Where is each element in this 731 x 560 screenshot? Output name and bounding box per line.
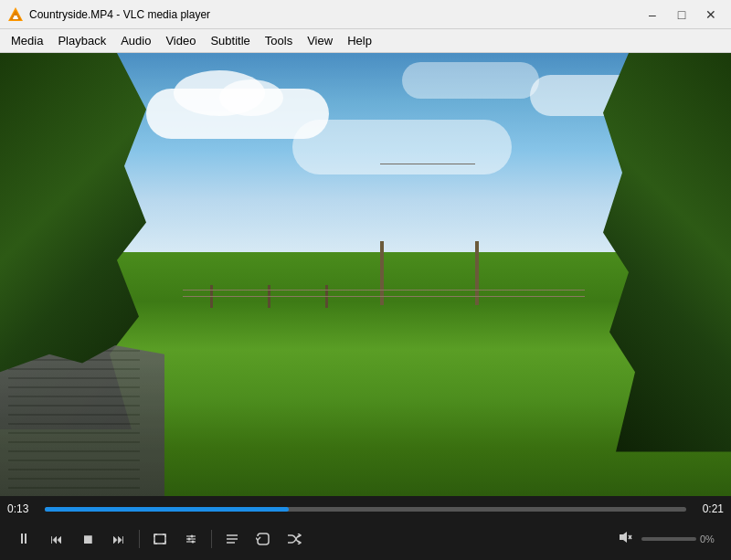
power-wire [380,164,475,164]
fence-wire-top [183,290,585,291]
volume-icon [619,530,635,544]
fullscreen-button[interactable] [145,526,175,552]
fence [183,282,585,310]
prev-track-button[interactable]: ⏮ [42,526,71,552]
minimize-button[interactable]: – [640,5,665,25]
menu-item-video[interactable]: Video [158,31,203,50]
svg-rect-3 [14,16,17,17]
menu-item-audio[interactable]: Audio [113,31,158,50]
menu-bar: Media Playback Audio Video Subtitle Tool… [0,29,731,53]
svg-point-8 [191,535,194,538]
svg-rect-4 [154,534,165,544]
time-current: 0:13 [7,502,39,515]
menu-item-view[interactable]: View [300,31,340,50]
fence-wire-bottom [183,296,585,297]
volume-button[interactable] [616,530,638,548]
cloud-4 [402,62,539,99]
next-track-button[interactable]: ⏭ [104,526,133,552]
progress-row: 0:13 0:21 [0,496,731,522]
window-controls: – □ ✕ [640,5,724,25]
menu-item-subtitle[interactable]: Subtitle [203,31,257,50]
volume-area: 0% [616,530,724,548]
close-button[interactable]: ✕ [698,5,724,25]
controls-area: 0:13 0:21 ⏸ ⏮ ⏹ ⏭ [0,496,731,560]
menu-item-tools[interactable]: Tools [258,31,300,50]
vlc-icon [7,6,24,23]
loop-icon [256,533,270,545]
progress-fill [45,507,289,512]
menu-item-media[interactable]: Media [4,31,50,50]
random-icon [287,534,302,544]
separator-2 [211,530,212,548]
maximize-button[interactable]: □ [669,5,694,25]
title-bar: Countryside.MP4 - VLC media player – □ ✕ [0,0,731,29]
svg-marker-14 [620,532,627,543]
volume-track[interactable] [641,537,696,541]
separator-1 [139,530,140,548]
menu-item-help[interactable]: Help [340,31,379,50]
random-button[interactable] [280,526,309,552]
svg-point-10 [192,541,195,544]
time-total: 0:21 [692,502,724,515]
stop-button[interactable]: ⏹ [73,526,102,552]
loop-button[interactable] [249,526,278,552]
svg-rect-2 [13,17,18,19]
video-canvas [0,53,731,496]
settings-icon [185,533,197,545]
progress-track[interactable] [45,507,686,512]
playlist-icon [226,534,238,544]
window-title: Countryside.MP4 - VLC media player [29,8,640,21]
cloud-3 [292,120,512,174]
buttons-row: ⏸ ⏮ ⏹ ⏭ [0,522,731,560]
volume-percentage: 0% [700,534,724,544]
extended-settings-button[interactable] [176,526,206,552]
play-pause-button[interactable]: ⏸ [7,525,40,553]
menu-item-playback[interactable]: Playback [50,31,113,50]
video-area[interactable] [0,53,731,496]
svg-point-9 [188,538,191,541]
playlist-button[interactable] [217,526,247,552]
fullscreen-icon [154,534,166,544]
